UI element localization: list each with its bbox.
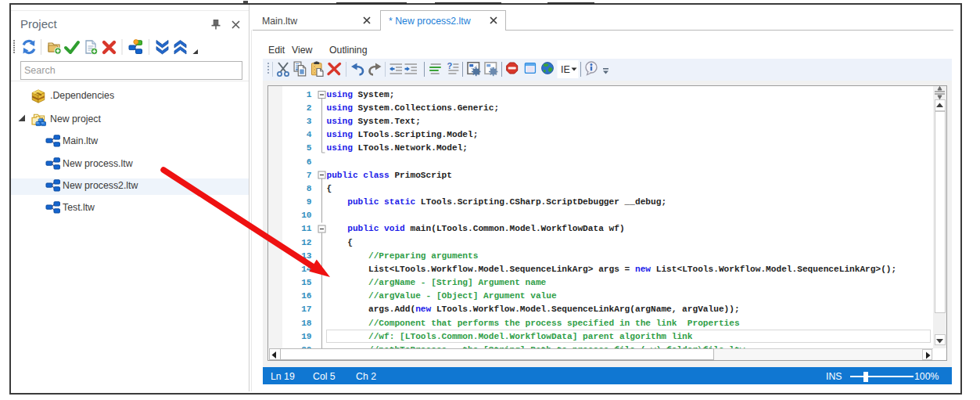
svg-text:?: ? <box>447 61 452 70</box>
svg-text:IE: IE <box>561 64 570 75</box>
